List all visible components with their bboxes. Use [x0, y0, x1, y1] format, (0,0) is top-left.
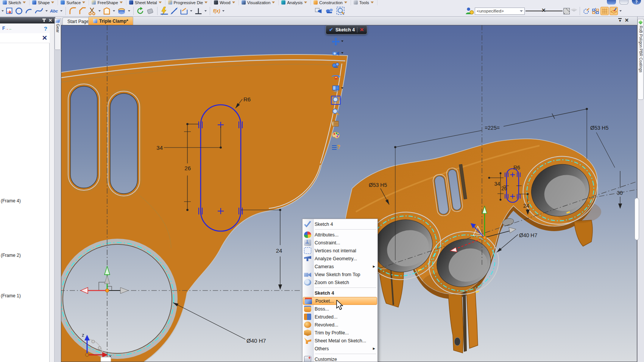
context-menu-item[interactable]: Customize ▶: [303, 355, 377, 362]
help-lines-button[interactable]: ?: [331, 143, 341, 152]
context-menu-item[interactable]: Attributes... ▶: [303, 231, 377, 239]
close-tab-icon[interactable]: ✕: [625, 18, 629, 23]
tree-item[interactable]: (Frame 2): [1, 253, 21, 258]
chevron-down-icon[interactable]: [344, 2, 347, 3]
stamp-tool-icon[interactable]: [117, 6, 126, 16]
context-menu-item[interactable]: Sketch 4 ▶: [303, 220, 377, 228]
chevron-down-icon[interactable]: [204, 2, 207, 3]
user-material-icon[interactable]: [465, 6, 474, 16]
chevron-down-icon[interactable]: [113, 10, 115, 12]
chevron-down-icon[interactable]: [222, 10, 225, 12]
panel-grab-handle[interactable]: [635, 198, 639, 240]
menu-item[interactable]: Surface: [58, 0, 89, 5]
chevron-down-icon[interactable]: [272, 2, 275, 3]
auto-constraint-icon[interactable]: [160, 6, 169, 16]
tab-list-icon[interactable]: ▼: [618, 18, 622, 23]
context-menu-item[interactable]: Sheet Metal on Sketch... ▶: [303, 337, 377, 345]
chevron-down-icon[interactable]: [341, 52, 343, 54]
close-icon[interactable]: ✕: [48, 18, 52, 23]
chevron-down-icon[interactable]: [120, 2, 123, 3]
update-icon[interactable]: [136, 6, 145, 16]
menu-item[interactable]: Sheet Metal: [126, 0, 165, 5]
look-at-button[interactable]: [331, 61, 341, 70]
context-menu-item[interactable]: Revolved... ▶: [303, 321, 377, 329]
menu-item[interactable]: Progressive Die: [165, 0, 212, 5]
context-menu-item[interactable]: Analyze Geometry... ▶: [303, 255, 377, 263]
swap-entities-icon[interactable]: F→←: [2, 26, 12, 31]
profile-tool-icon[interactable]: [102, 6, 111, 16]
context-menu-item[interactable]: Sketch 4 ▶: [303, 289, 377, 297]
zoom-selection-icon[interactable]: [335, 6, 346, 16]
context-menu-item[interactable]: Constraint... ▶: [303, 239, 377, 247]
menu-item[interactable]: Sketch: [0, 0, 30, 5]
tree-item[interactable]: (Frame 1): [1, 293, 21, 298]
chevron-down-icon[interactable]: [190, 10, 192, 12]
help-icon[interactable]: ?: [632, 0, 641, 5]
panel-scrollbar[interactable]: [50, 23, 55, 362]
chamfer-tool-icon[interactable]: [78, 6, 87, 16]
cameras-icon[interactable]: [324, 6, 335, 16]
chevron-down-icon[interactable]: [204, 10, 207, 12]
coatings-side-tab[interactable]: RoB Poliigon PBR Coatings: [638, 19, 644, 100]
zoom-button[interactable]: [331, 107, 341, 117]
arc-tool-icon[interactable]: [24, 6, 33, 16]
chevron-down-icon[interactable]: [98, 10, 101, 12]
context-menu-item[interactable]: Trim by Profile... ▶: [303, 329, 377, 337]
zoom-window-button[interactable]: [331, 96, 341, 105]
menu-item[interactable]: Shape: [30, 0, 58, 5]
menu-item[interactable]: Analysis: [279, 0, 311, 5]
chevron-down-icon[interactable]: [128, 10, 130, 12]
chevron-down-icon[interactable]: [341, 40, 343, 42]
menu-item[interactable]: Tools: [351, 0, 377, 5]
search-icon[interactable]: [619, 0, 628, 5]
text-tool-icon[interactable]: Abc: [49, 9, 59, 13]
measure-icon[interactable]: [170, 6, 179, 16]
chevron-down-icon[interactable]: [304, 2, 307, 3]
style-combobox[interactable]: <unspecified>: [475, 8, 525, 15]
function-tool-icon[interactable]: f(x): [212, 8, 221, 14]
chevron-down-icon[interactable]: [82, 2, 85, 3]
split-view-button[interactable]: [331, 84, 341, 93]
dimension-constraint-icon[interactable]: [179, 6, 189, 16]
pan-button[interactable]: [331, 37, 341, 46]
tab-triple-clamp[interactable]: Triple Clamp*: [88, 17, 133, 25]
trim-tool-icon[interactable]: [88, 6, 97, 16]
render-material-button[interactable]: [331, 119, 341, 128]
chevron-down-icon[interactable]: [159, 2, 162, 3]
perpendicular-constraint-icon[interactable]: [194, 6, 203, 16]
construction-geometry-toggle[interactable]: [582, 7, 591, 15]
chevron-down-icon[interactable]: [341, 87, 343, 89]
clear-icon[interactable]: ✕: [42, 34, 47, 42]
chevron-down-icon[interactable]: [371, 2, 374, 3]
mirror-sketch-toggle[interactable]: [591, 7, 600, 15]
chevron-down-icon[interactable]: [23, 2, 26, 3]
grid-toggle[interactable]: [600, 7, 609, 15]
help-icon[interactable]: ?: [44, 25, 47, 32]
context-menu-item[interactable]: View Sketch from Top ▶: [303, 270, 377, 278]
chevron-down-icon[interactable]: [45, 10, 48, 12]
context-menu-item[interactable]: Others ▶: [303, 345, 377, 353]
menu-item[interactable]: Construction: [311, 0, 351, 5]
chevron-down-icon[interactable]: [619, 10, 622, 12]
spline-tool-icon[interactable]: [34, 6, 44, 16]
sketch-context-bar[interactable]: ✔ Sketch 4 ✕: [326, 25, 367, 34]
eraser-icon[interactable]: [146, 6, 155, 16]
pin-icon[interactable]: [44, 19, 45, 22]
menu-item[interactable]: Visualization: [239, 0, 279, 5]
layers-button[interactable]: [571, 8, 577, 14]
menu-item[interactable]: FreeShape: [89, 0, 126, 5]
hatch-pattern-button[interactable]: [563, 8, 570, 14]
appearance-button[interactable]: [331, 131, 341, 140]
close-sketch-icon[interactable]: ✕: [360, 27, 364, 33]
chevron-down-icon[interactable]: [2, 10, 4, 12]
license-key-icon[interactable]: [607, 0, 616, 5]
camera-button[interactable]: [331, 49, 341, 58]
chevron-down-icon[interactable]: [232, 2, 235, 3]
fillet-tool-icon[interactable]: [68, 6, 77, 16]
context-menu-item[interactable]: Vertices not internal ▶: [303, 247, 377, 255]
export-view-icon[interactable]: [313, 6, 323, 16]
chevron-down-icon[interactable]: [51, 2, 54, 3]
gear-side-tab[interactable]: Gear: [55, 18, 61, 50]
insert-profile-icon[interactable]: [5, 7, 14, 15]
context-menu-item[interactable]: Cameras ▶: [303, 263, 377, 270]
